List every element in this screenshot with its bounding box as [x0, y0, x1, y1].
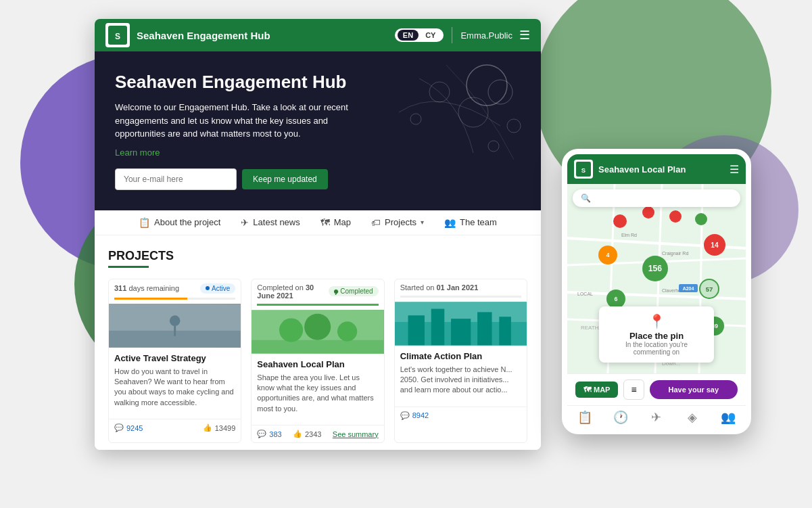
map-search-bar[interactable]: 🔍	[573, 189, 740, 207]
project-card-climate[interactable]: Started on 01 Jan 2021	[394, 279, 527, 444]
card-progress-1	[114, 298, 235, 300]
card-progress-2	[257, 304, 378, 306]
svg-rect-24	[499, 317, 511, 345]
svg-text:Elm Rd: Elm Rd	[621, 233, 637, 237]
map-btn-icon: 🗺	[583, 386, 591, 394]
projects-underline	[108, 266, 149, 268]
map-bubble-8[interactable]: 57	[699, 279, 719, 299]
browser-window: S Seahaven Engagement Hub EN CY Emma.Pub…	[95, 19, 541, 450]
hamburger-icon[interactable]: ☰	[519, 28, 530, 43]
phone-nav-recent[interactable]: 🕐	[603, 410, 639, 425]
phone-nav-share[interactable]: ✈	[639, 410, 675, 425]
map-toggle-button[interactable]: 🗺 MAP	[575, 382, 618, 398]
svg-point-16	[304, 313, 331, 340]
about-icon: 📋	[139, 217, 150, 228]
team-icon: 👥	[444, 217, 456, 228]
map-bubble-1[interactable]	[642, 206, 654, 218]
map-bubble-7[interactable]: 6	[606, 290, 625, 308]
hero-email-input[interactable]	[115, 168, 237, 190]
pin-icon: 📍	[608, 313, 704, 329]
card-see-summary-2[interactable]: See summary	[333, 430, 379, 438]
news-icon: ✈	[241, 217, 249, 228]
top-nav: S Seahaven Engagement Hub EN CY Emma.Pub…	[95, 19, 541, 51]
phone-map[interactable]: Elm Rd Craignair Rd Claverhouse Rd Chris…	[567, 184, 746, 373]
project-card-active-travel[interactable]: 311 days remaining Active	[108, 279, 241, 444]
pin-title: Place the pin	[608, 331, 704, 341]
phone-nav-home[interactable]: 📋	[567, 410, 603, 425]
nav-team-label: The team	[460, 217, 497, 227]
hero-cta-button[interactable]: Keep me updated	[242, 169, 328, 189]
nav-divider	[452, 27, 452, 43]
card-footer-2: 💬 383 👍 2343 See summary	[252, 425, 383, 442]
map-bubble-0[interactable]	[613, 214, 627, 228]
card-status-2: ✓ Completed	[329, 286, 378, 296]
home-icon: 📋	[577, 410, 592, 425]
phone-logo: S	[574, 160, 593, 179]
logo-icon: S	[108, 26, 127, 45]
svg-point-11	[170, 315, 181, 326]
card-title-1: Active Travel Strategy	[114, 353, 235, 363]
share-icon: ✈	[651, 410, 661, 425]
list-toggle-button[interactable]: ≡	[623, 379, 644, 400]
pin-subtitle: In the location you're commenting on	[608, 341, 704, 356]
svg-rect-20	[408, 315, 424, 345]
logo: S	[105, 23, 130, 47]
nav-projects[interactable]: 🏷 Projects ▾	[371, 217, 424, 228]
card-comments-2[interactable]: 💬 383	[257, 430, 281, 438]
map-search-icon: 🔍	[581, 193, 591, 203]
map-bubble-3[interactable]	[695, 213, 707, 225]
card-progress-3	[400, 296, 521, 298]
card-image-park	[252, 310, 383, 354]
phone-nav-users[interactable]: 👥	[710, 410, 746, 425]
card-progress-bar-1	[114, 298, 187, 300]
map-bubble-6[interactable]: 156	[642, 256, 668, 281]
lang-switcher[interactable]: EN CY	[395, 28, 444, 42]
map-bubble-4[interactable]: 4	[598, 246, 617, 264]
svg-point-2	[467, 65, 507, 106]
card-comments-3[interactable]: 💬 8942	[400, 411, 429, 420]
phone-nav-layers[interactable]: ◈	[674, 410, 710, 425]
projects-chevron-icon: ▾	[421, 218, 424, 226]
phone-brand: Seahaven Local Plan	[598, 164, 724, 175]
svg-point-17	[337, 321, 357, 341]
card-footer-1: 💬 9245 👍 13499	[109, 419, 241, 436]
secondary-nav: 📋 About the project ✈ Latest news 🗺 Map …	[95, 210, 541, 235]
svg-point-6	[507, 119, 521, 133]
card-comments-1[interactable]: 💬 9245	[114, 423, 143, 432]
card-days-2: Completed on 30 June 2021	[257, 283, 329, 300]
card-desc-1: How do you want to travel in Seahaven? W…	[114, 367, 235, 409]
nav-latest-news[interactable]: ✈ Latest news	[241, 217, 300, 228]
card-progress-bar-2	[257, 304, 378, 306]
map-pin-tooltip: 📍 Place the pin In the location you're c…	[599, 306, 714, 363]
phone-menu-icon[interactable]: ☰	[730, 163, 739, 176]
project-card-local-plan[interactable]: Completed on 30 June 2021 ✓ Completed	[251, 279, 384, 444]
lang-cy-btn[interactable]: CY	[420, 30, 441, 41]
card-likes-1: 👍 13499	[203, 423, 236, 432]
nav-about-project[interactable]: 📋 About the project	[139, 217, 220, 228]
map-bubble-2[interactable]	[669, 210, 682, 223]
comment-icon-2: 💬	[257, 430, 266, 438]
city-svg	[395, 302, 527, 346]
nav-map[interactable]: 🗺 Map	[320, 217, 351, 228]
nav-the-team[interactable]: 👥 The team	[444, 217, 497, 228]
projects-grid: 311 days remaining Active	[108, 279, 527, 444]
list-icon: ≡	[631, 384, 636, 395]
card-likes-2: 👍 2343	[293, 430, 321, 438]
card-top-1: 311 days remaining Active	[109, 279, 241, 298]
svg-point-15	[279, 318, 303, 342]
svg-point-8	[488, 141, 499, 152]
comment-icon-3: 💬	[400, 411, 410, 420]
phone-bottom-nav: 📋 🕐 ✈ ◈ 👥	[567, 405, 746, 429]
layers-icon: ◈	[688, 410, 697, 425]
svg-rect-23	[477, 312, 492, 345]
lang-en-btn[interactable]: EN	[398, 30, 419, 41]
like-icon-1: 👍	[203, 423, 212, 432]
svg-rect-14	[252, 340, 383, 353]
map-bubble-5[interactable]: 14	[704, 234, 725, 256]
hero-learn-more-link[interactable]: Learn more	[115, 147, 372, 158]
have-say-button[interactable]: Have your say	[650, 380, 738, 399]
card-desc-3: Let's work together to achieve N... 2050…	[400, 365, 521, 396]
card-days-1: 311 days remaining	[114, 284, 179, 292]
hero-title: Seahaven Engagement Hub	[115, 72, 372, 93]
recent-icon: 🕐	[613, 410, 628, 425]
